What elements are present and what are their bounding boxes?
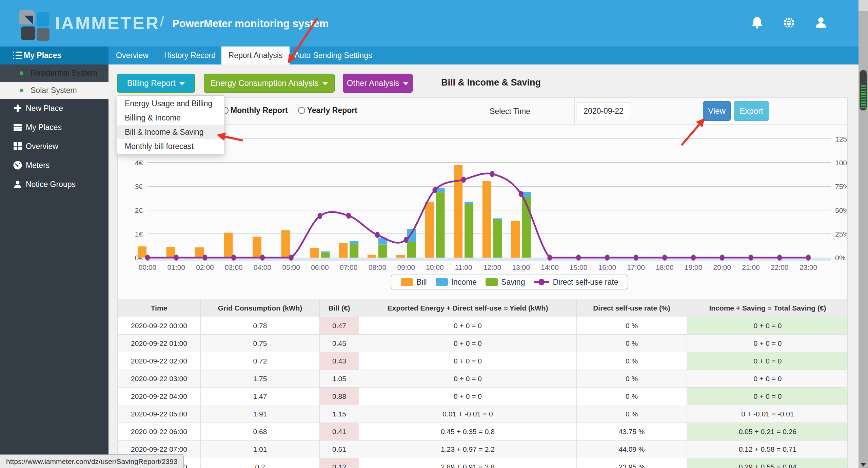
legend-swatch <box>401 278 413 286</box>
svg-text:11:00: 11:00 <box>455 263 472 271</box>
legend-label: Direct self-use rate <box>553 278 618 287</box>
table-cell: 1.91 <box>201 405 320 423</box>
sidebar-item-notice-groups[interactable]: Notice Groups <box>0 175 108 194</box>
scrollbar-thumb[interactable] <box>859 70 867 111</box>
line-point <box>317 213 322 219</box>
svg-text:75%: 75% <box>835 183 848 190</box>
brand-separator: / <box>160 14 164 30</box>
bar-bill <box>425 202 434 258</box>
menu-item-monthly-bill-forecast[interactable]: Monthly bill forecast <box>117 139 224 153</box>
table-cell: 2020-09-22 06:00 <box>118 423 201 441</box>
status-dot <box>20 71 23 75</box>
status-bar: https://www.iammeter.com/dz/user/SavingR… <box>0 454 184 468</box>
legend-item-income[interactable]: Income <box>436 278 477 287</box>
table-cell: 0.2 <box>201 458 320 468</box>
scrollbar-top-button[interactable] <box>859 0 868 11</box>
bar-bill <box>253 237 261 258</box>
line-point <box>231 255 236 261</box>
table-cell: 0.12 + 0.58 = 0.71 <box>687 441 848 458</box>
table-cell: 0 + 0 = 0 <box>359 317 577 335</box>
sidebar-item-my-places[interactable]: My Places <box>0 118 108 137</box>
tab-history-record[interactable]: History Record <box>161 46 219 64</box>
sidebar-item-overview[interactable]: Overview <box>0 137 108 156</box>
svg-text:15:00: 15:00 <box>570 263 588 271</box>
yearly-report-radio[interactable] <box>298 107 305 114</box>
table-cell: 2020-09-22 03:00 <box>118 370 201 388</box>
sidebar-item-meters[interactable]: Meters <box>0 156 108 175</box>
legend-item-saving[interactable]: Saving <box>486 278 525 287</box>
tab-report-analysis[interactable]: Report Analysis <box>221 46 290 64</box>
chart: 0€1€2€3€4€0%25%50%75%100%125%00:0001:000… <box>122 133 848 296</box>
sidebar-item-solar-system[interactable]: Solar System <box>0 82 108 99</box>
export-button[interactable]: Export <box>734 101 769 121</box>
user-icon[interactable] <box>814 16 828 30</box>
sidebar-header[interactable]: My Places <box>0 46 108 64</box>
table-cell: 0.12 <box>320 458 359 468</box>
legend-item-bill[interactable]: Bill <box>401 278 427 287</box>
scroll-down-arrow-icon[interactable] <box>861 463 866 467</box>
table-cell: 1.47 <box>201 388 320 405</box>
table-cell: 0.41 <box>320 423 359 441</box>
plus-icon <box>13 104 22 113</box>
other-analysis-button[interactable]: Other Analysis <box>343 74 413 93</box>
globe-icon[interactable] <box>782 16 796 30</box>
legend-label: Bill <box>416 278 427 287</box>
table-row: 2020-09-22 03:001.751.050 + 0 = 00 %0 + … <box>118 370 848 388</box>
table-cell: 0.68 <box>201 423 320 441</box>
bar-bill <box>310 248 319 258</box>
table-row: 2020-09-22 07:001.010.611.23 + 0.97 = 2.… <box>118 441 848 458</box>
status-dot <box>20 89 23 92</box>
bar-bill <box>224 233 233 258</box>
table-cell: 0 + 0 = 0 <box>359 335 577 352</box>
bill-income-saving-chart: 0€1€2€3€4€0%25%50%75%100%125%00:0001:000… <box>122 133 848 296</box>
svg-text:14:00: 14:00 <box>541 263 559 271</box>
svg-text:13:00: 13:00 <box>512 263 530 271</box>
table-cell: 0 % <box>577 370 687 388</box>
svg-text:19:00: 19:00 <box>685 263 703 271</box>
view-button[interactable]: View <box>703 101 731 121</box>
svg-text:2€: 2€ <box>135 206 143 214</box>
table-cell: 0 % <box>577 388 687 405</box>
line-point <box>432 187 437 193</box>
table-row: 2020-09-22 01:000.750.450 + 0 = 00 %0 + … <box>118 335 848 352</box>
chevron-down-icon <box>322 82 328 85</box>
menu-item-energy-usage-and-billing[interactable]: Energy Usage and Billing <box>117 96 224 111</box>
scrollbar-track[interactable] <box>859 0 868 468</box>
bell-icon[interactable] <box>750 16 764 30</box>
menu-item-billing-and-income[interactable]: Billing & Income <box>117 111 224 125</box>
bar-income <box>493 219 502 220</box>
table-cell: 2020-09-22 00:00 <box>118 317 201 335</box>
menu-item-bill-income-saving[interactable]: Bill & Income & Saving <box>117 125 224 139</box>
tab-auto-sending-settings[interactable]: Auto-Sending Settings <box>294 46 372 64</box>
table-row: 2020-09-22 02:000.720.430 + 0 = 00 %0 + … <box>118 352 848 370</box>
bar-bill <box>396 255 405 258</box>
table-cell: 0 + 0 = 0 <box>687 317 848 335</box>
table-cell: 1.01 <box>201 441 320 458</box>
svg-text:12:00: 12:00 <box>484 263 501 271</box>
table-cell: 0 + 0 = 0 <box>687 352 848 370</box>
table-cell: 43.75 % <box>577 423 687 441</box>
yearly-report-label: Yearly Report <box>307 106 357 115</box>
svg-text:03:00: 03:00 <box>225 263 243 271</box>
monthly-report-label: Monthly Report <box>231 106 288 115</box>
table-row: 2020-09-22 04:001.470.880 + 0 = 00 %0 + … <box>118 388 848 405</box>
energy-consumption-analysis-button[interactable]: Energy Consumption Analysis <box>204 74 335 93</box>
bar-bill <box>368 255 376 258</box>
bar-saving <box>378 245 387 258</box>
table-row: 2020-09-22 06:000.680.410.45 + 0.35 = 0.… <box>118 423 848 441</box>
table-cell: 2020-09-22 02:00 <box>118 352 201 370</box>
sidebar-header-label: My Places <box>24 51 61 60</box>
tab-overview[interactable]: Overview <box>112 46 153 64</box>
date-input[interactable] <box>576 102 631 120</box>
table-row: 2020-09-22 00:000.780.470 + 0 = 00 %0 + … <box>118 317 848 335</box>
billing-report-button[interactable]: Billing Report <box>117 74 195 93</box>
legend-item-direct-self-use-rate[interactable]: Direct self-use rate <box>534 278 618 287</box>
grid-icon <box>13 142 22 151</box>
table-cell: 0.43 <box>320 352 359 370</box>
bar-bill <box>195 247 204 258</box>
sidebar-item-residential-system[interactable]: Residential System <box>0 64 108 82</box>
bar-bill <box>454 165 462 258</box>
chevron-down-icon <box>179 82 185 85</box>
sidebar-item-new-place[interactable]: New Place <box>0 99 108 118</box>
line-point <box>777 255 782 261</box>
